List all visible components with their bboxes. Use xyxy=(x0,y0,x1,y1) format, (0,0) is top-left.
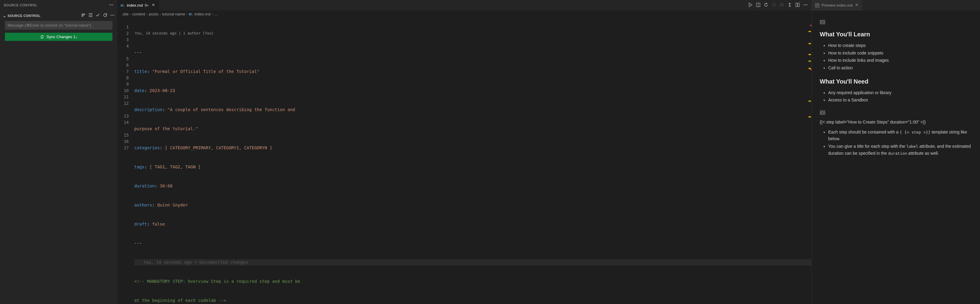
preview-tab-title: Preview index.md xyxy=(821,3,853,8)
sidebar-title: SOURCE CONTROL xyxy=(4,3,37,7)
breadcrumb-part[interactable]: site xyxy=(123,12,129,16)
svg-rect-10 xyxy=(798,3,799,7)
preview-text: {{}} xyxy=(820,109,972,116)
sync-changes-button[interactable]: Sync Changes 1↓ xyxy=(5,33,113,41)
scm-section: ⌄ SOURCE CONTROL Sync Changes 1↓ xyxy=(0,10,117,44)
preview-heading: What You'll Need xyxy=(820,77,972,86)
more-icon[interactable] xyxy=(110,13,115,19)
refresh-icon[interactable] xyxy=(103,13,108,19)
breadcrumb[interactable]: site› content› posts› tutorial-name› M↓ … xyxy=(118,11,811,17)
preview-list: Any required application or library Acce… xyxy=(820,89,972,104)
commit-message-input[interactable] xyxy=(5,21,113,30)
diff-icon[interactable] xyxy=(787,2,792,8)
scm-header[interactable]: ⌄ SOURCE CONTROL xyxy=(2,11,115,20)
svg-point-0 xyxy=(110,5,110,5)
more-icon[interactable] xyxy=(803,2,808,8)
svg-point-3 xyxy=(111,15,111,16)
tab-filename: index.md xyxy=(127,3,143,8)
revert-icon[interactable] xyxy=(764,2,768,8)
tab-modified-count: 9+ xyxy=(145,3,149,8)
preview-tabs: Preview index.md xyxy=(812,0,980,11)
source-control-sidebar: SOURCE CONTROL ⌄ SOURCE CONTROL Sync Cha… xyxy=(0,0,118,304)
codelens[interactable]: You, 14 seconds ago | 1 author (You) xyxy=(134,30,811,36)
preview-content[interactable]: {{}} What You'll Learn How to create ste… xyxy=(812,11,980,167)
split-preview-icon[interactable] xyxy=(756,2,760,8)
preview-text: {{}} xyxy=(820,19,972,25)
preview-pane: Preview index.md {{}} What You'll Learn … xyxy=(811,0,980,304)
tabs-bar: M↓ index.md 9+ xyxy=(118,0,811,11)
svg-point-13 xyxy=(807,5,808,5)
sidebar-header: SOURCE CONTROL xyxy=(0,0,117,10)
run-icon[interactable] xyxy=(748,2,753,8)
list-item: Each step should be contained with a { {… xyxy=(828,129,972,142)
chevron-down-icon: ⌄ xyxy=(2,13,6,19)
list-item: You can give a title for each step with … xyxy=(828,143,972,157)
close-icon[interactable] xyxy=(854,3,859,8)
editor-group: M↓ index.md 9+ site› content› posts› tut… xyxy=(118,0,811,304)
svg-point-2 xyxy=(113,5,113,5)
branch-icon[interactable] xyxy=(81,13,86,19)
breadcrumb-file[interactable]: index.md xyxy=(194,12,211,16)
breadcrumb-part[interactable]: content xyxy=(132,12,145,16)
preview-heading: What You'll Learn xyxy=(820,29,972,39)
markdown-icon: M↓ xyxy=(121,4,125,7)
editor-actions xyxy=(748,2,811,8)
more-icon[interactable] xyxy=(109,2,114,8)
scm-section-title: SOURCE CONTROL xyxy=(8,14,80,17)
list-item: Call to action xyxy=(828,65,972,71)
list-item: How to include code snippets xyxy=(828,50,972,56)
preview-list: Each step should be contained with a { {… xyxy=(820,129,972,157)
next-change-icon[interactable] xyxy=(780,2,784,8)
breadcrumb-part[interactable]: posts xyxy=(149,12,159,16)
tab-preview[interactable]: Preview index.md xyxy=(812,0,862,11)
inline-blame: You, 14 seconds ago • Uncommitted change… xyxy=(134,260,248,264)
list-icon[interactable] xyxy=(88,13,93,19)
preview-list: How to create steps How to include code … xyxy=(820,42,972,71)
markdown-icon: M↓ xyxy=(189,13,193,16)
svg-point-7 xyxy=(772,3,775,6)
prev-change-icon[interactable] xyxy=(772,2,776,8)
breadcrumb-part[interactable]: tutorial-name xyxy=(162,12,185,16)
check-icon[interactable] xyxy=(95,13,100,19)
close-icon[interactable] xyxy=(151,2,156,8)
svg-rect-9 xyxy=(796,3,797,7)
list-item: Access to a Sandbox xyxy=(828,97,972,103)
svg-point-4 xyxy=(112,15,113,16)
list-item: Any required application or library xyxy=(828,89,972,96)
breadcrumb-trailing: … xyxy=(214,12,218,16)
list-item: How to include links and images xyxy=(828,57,972,63)
svg-point-5 xyxy=(114,15,115,16)
list-item: How to create steps xyxy=(828,42,972,49)
code-area[interactable]: You, 14 seconds ago | 1 author (You) ---… xyxy=(134,17,811,304)
sync-label: Sync Changes 1↓ xyxy=(47,35,78,39)
svg-point-1 xyxy=(111,5,112,5)
svg-point-11 xyxy=(803,5,805,5)
overview-ruler[interactable] xyxy=(807,17,811,304)
svg-point-12 xyxy=(805,5,806,5)
line-numbers: 1 2 3 4 . 5 6 7 8 9 10 11 12 . 13 14 . 1… xyxy=(118,17,134,304)
split-editor-icon[interactable] xyxy=(795,2,800,8)
preview-text: {{< step label="How to Create Steps" dur… xyxy=(820,119,972,125)
tab-index-md[interactable]: M↓ index.md 9+ xyxy=(118,0,159,11)
editor[interactable]: 1 2 3 4 . 5 6 7 8 9 10 11 12 . 13 14 . 1… xyxy=(118,17,811,304)
